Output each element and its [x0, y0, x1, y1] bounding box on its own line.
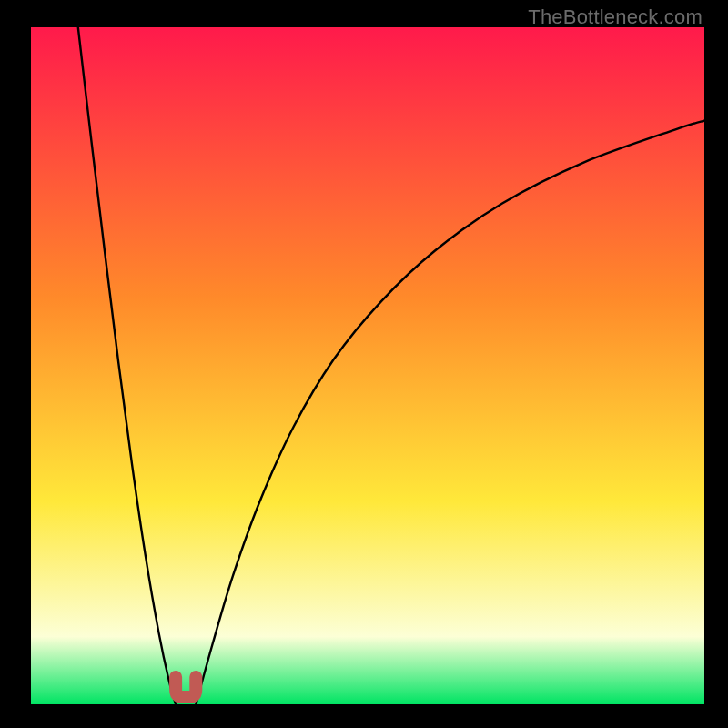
chart-frame: TheBottleneck.com — [0, 0, 728, 728]
plot-area — [31, 27, 704, 704]
chart-svg — [31, 27, 704, 704]
gradient-background — [31, 27, 704, 704]
watermark-label: TheBottleneck.com — [528, 5, 703, 29]
